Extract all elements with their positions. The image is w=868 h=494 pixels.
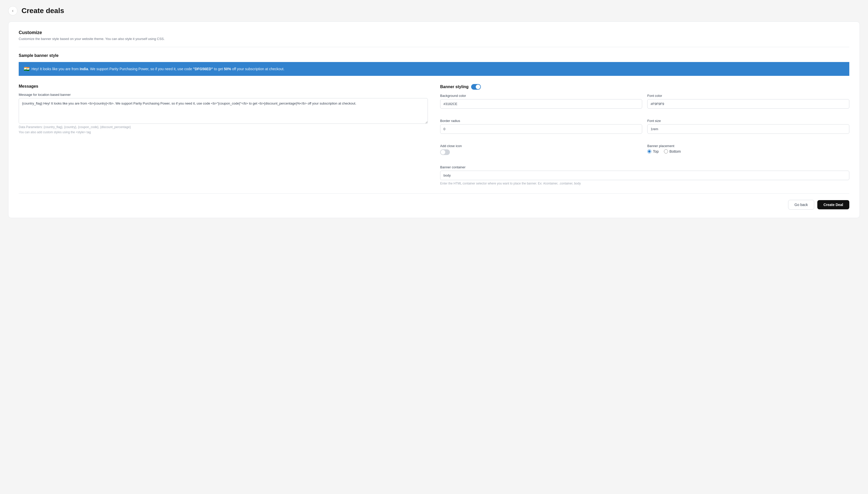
border-radius-group: Border radius <box>440 119 642 134</box>
bg-color-input[interactable] <box>440 99 642 109</box>
flag-icon: 🇮🇳 <box>24 66 29 72</box>
sample-banner-text: Hey! It looks like you are from India. W… <box>32 67 284 71</box>
font-color-label: Font color <box>647 94 849 98</box>
chevron-left-icon: ‹ <box>12 8 13 13</box>
placement-radio-group: Top Bottom <box>647 149 849 153</box>
placement-bottom-radio[interactable] <box>664 149 668 153</box>
help-style: You can also add custom styles using the… <box>19 130 428 134</box>
banner-styling-toggle[interactable] <box>471 84 481 90</box>
card-footer: Go back Create Deal <box>19 193 849 210</box>
bg-color-group: Background color <box>440 94 642 109</box>
container-label: Banner container <box>440 165 849 169</box>
font-size-input[interactable] <box>647 124 849 134</box>
create-deal-button[interactable]: Create Deal <box>817 200 849 209</box>
customize-description: Customize the banner style based on your… <box>19 37 849 41</box>
banner-styling-title: Banner styling <box>440 84 849 90</box>
messages-title: Messages <box>19 84 428 89</box>
messages-section: Messages Message for location based bann… <box>19 84 428 185</box>
container-help: Enter the HTML container selector where … <box>440 182 849 185</box>
help-params: Data Parameters: {country_flag}, {countr… <box>19 125 428 129</box>
close-icon-group: Add close icon <box>440 144 642 155</box>
sample-banner: 🇮🇳 Hey! It looks like you are from India… <box>19 62 849 76</box>
icon-placement-grid: Add close icon Banner placement Top <box>440 144 849 160</box>
banner-placement-label: Banner placement <box>647 144 849 148</box>
container-form-group: Banner container Enter the HTML containe… <box>440 165 849 185</box>
message-form-group: Message for location based banner Data P… <box>19 93 428 134</box>
main-card: Customize Customize the banner style bas… <box>8 21 860 218</box>
bg-color-label: Background color <box>440 94 642 98</box>
go-back-button[interactable]: Go back <box>788 200 814 210</box>
placement-top-label: Top <box>653 149 659 153</box>
placement-top-option[interactable]: Top <box>647 149 659 153</box>
border-radius-input[interactable] <box>440 124 642 134</box>
placement-bottom-option[interactable]: Bottom <box>664 149 681 153</box>
font-color-input[interactable] <box>647 99 849 109</box>
main-grid: Messages Message for location based bann… <box>19 84 849 185</box>
divider-1 <box>19 47 849 47</box>
page-title: Create deals <box>21 7 64 15</box>
customize-title: Customize <box>19 30 849 35</box>
back-button[interactable]: ‹ <box>8 6 17 15</box>
font-size-group: Font size <box>647 119 849 139</box>
close-icon-toggle[interactable] <box>440 149 450 155</box>
placement-bottom-label: Bottom <box>670 149 681 153</box>
banner-placement-group: Banner placement Top Bottom <box>647 144 849 160</box>
sample-banner-title: Sample banner style <box>19 53 849 58</box>
size-grid: Border radius Font size <box>440 119 849 139</box>
border-radius-label: Border radius <box>440 119 642 123</box>
font-size-label: Font size <box>647 119 849 123</box>
banner-styling-section: Banner styling Background color Font col… <box>440 84 849 185</box>
placement-top-radio[interactable] <box>647 149 651 153</box>
close-icon-label: Add close icon <box>440 144 642 148</box>
font-color-group: Font color <box>647 94 849 114</box>
color-grid: Background color Font color <box>440 94 849 114</box>
message-label: Message for location based banner <box>19 93 428 97</box>
container-input[interactable] <box>440 171 849 180</box>
message-textarea[interactable] <box>19 98 428 124</box>
